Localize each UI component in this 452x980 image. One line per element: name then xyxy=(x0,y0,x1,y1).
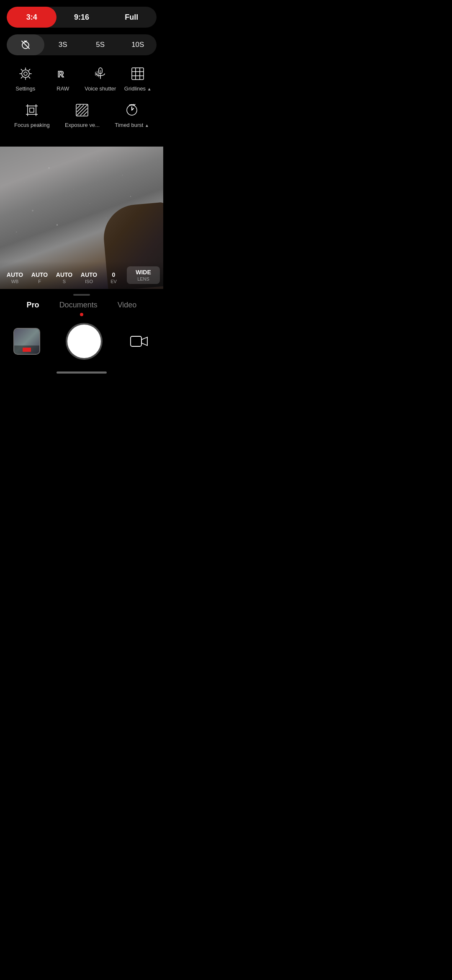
lens-setting[interactable]: WIDE LENS xyxy=(127,266,160,284)
settings-button[interactable]: Settings xyxy=(9,65,42,92)
mode-pro[interactable]: Pro xyxy=(23,299,43,311)
timer-10s[interactable]: 10S xyxy=(119,34,157,55)
settings-row-2: Focus peaking Exposure ve... xyxy=(7,102,157,128)
raw-button[interactable]: R RAW xyxy=(46,65,80,92)
svg-text:R: R xyxy=(58,70,64,79)
timer-3s[interactable]: 3S xyxy=(44,34,82,55)
settings-grid: Settings R RAW xyxy=(7,65,157,138)
mode-video[interactable]: Video xyxy=(114,299,140,311)
home-indicator xyxy=(0,368,163,375)
svg-point-1 xyxy=(24,72,27,75)
shutter-controls xyxy=(0,321,163,368)
video-arrow-icon xyxy=(141,337,147,346)
aspect-ratio-full[interactable]: Full xyxy=(107,7,157,28)
timer-off[interactable] xyxy=(7,34,44,55)
ev-setting[interactable]: 0 EV xyxy=(102,271,125,284)
s-setting[interactable]: AUTO S xyxy=(53,271,76,284)
voice-shutter-icon xyxy=(92,65,109,82)
voice-shutter-label: Voice shutter xyxy=(85,85,116,92)
timed-burst-button[interactable]: Timed burst ▲ xyxy=(115,102,149,128)
svg-rect-11 xyxy=(28,106,36,114)
wb-setting[interactable]: AUTO WB xyxy=(3,271,26,284)
svg-rect-6 xyxy=(132,68,144,80)
video-toggle-button[interactable] xyxy=(128,330,150,352)
video-rect-icon xyxy=(131,336,141,346)
timer-off-icon xyxy=(21,40,31,50)
home-bar xyxy=(56,371,107,374)
viewfinder-background: AUTO WB AUTO F AUTO S AUTO ISO 0 EV xyxy=(0,147,163,289)
focus-peaking-label: Focus peaking xyxy=(14,122,50,128)
timed-burst-icon xyxy=(123,102,140,119)
raw-label: RAW xyxy=(56,85,69,92)
focus-peaking-button[interactable]: Focus peaking xyxy=(14,102,50,128)
focus-peaking-icon xyxy=(23,102,40,119)
gallery-thumbnail[interactable] xyxy=(13,328,40,355)
thumbnail-preview xyxy=(14,329,39,354)
mode-selector: Pro Documents Video xyxy=(0,296,163,313)
mode-active-dot xyxy=(80,313,83,316)
viewfinder: AUTO WB AUTO F AUTO S AUTO ISO 0 EV xyxy=(0,147,163,289)
mode-indicator xyxy=(0,313,163,316)
settings-row-1: Settings R RAW xyxy=(7,65,157,92)
gridlines-icon xyxy=(129,65,146,82)
gridlines-button[interactable]: Gridlines ▲ xyxy=(121,65,154,92)
raw-icon: R xyxy=(54,65,71,82)
top-panel: 3:4 9:16 Full 3S 5S 10S xyxy=(0,0,163,147)
timer-selector: 3S 5S 10S xyxy=(7,34,157,55)
f-setting[interactable]: AUTO F xyxy=(28,271,51,284)
bottom-bar: Pro Documents Video xyxy=(0,289,163,375)
aspect-ratio-9-16[interactable]: 9:16 xyxy=(56,7,106,28)
svg-point-2 xyxy=(22,70,29,77)
drag-handle xyxy=(73,294,90,296)
timed-burst-label: Timed burst ▲ xyxy=(115,122,149,128)
aspect-ratio-3-4[interactable]: 3:4 xyxy=(7,7,56,28)
iso-setting[interactable]: AUTO ISO xyxy=(77,271,100,284)
camera-settings-bar: AUTO WB AUTO F AUTO S AUTO ISO 0 EV xyxy=(0,261,163,289)
settings-icon xyxy=(17,65,34,82)
aspect-ratio-selector: 3:4 9:16 Full xyxy=(7,7,157,28)
exposure-vert-label: Exposure ve... xyxy=(65,122,100,128)
exposure-vert-icon xyxy=(74,102,90,119)
settings-label: Settings xyxy=(15,85,35,92)
voice-shutter-button[interactable]: Voice shutter xyxy=(84,65,117,92)
mode-documents[interactable]: Documents xyxy=(56,299,101,311)
gridlines-label: Gridlines ▲ xyxy=(124,85,152,92)
timer-5s[interactable]: 5S xyxy=(82,34,119,55)
svg-rect-12 xyxy=(30,108,34,112)
exposure-vert-button[interactable]: Exposure ve... xyxy=(65,102,100,128)
shutter-button[interactable] xyxy=(67,325,101,358)
